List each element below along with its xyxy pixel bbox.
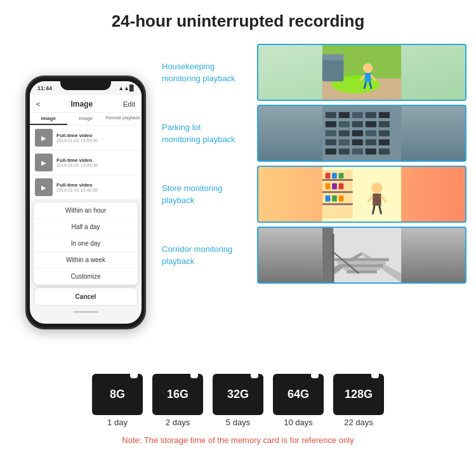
sdcard-item-32G: 32G 5 days [213,374,263,427]
svg-rect-4 [365,73,371,82]
phone-tabs: Image Image Remote playback [30,113,142,126]
monitoring-text-housekeeping: Housekeepingmonitoring playback [162,62,235,83]
svg-rect-12 [326,112,336,119]
monitoring-image-corridor [257,227,466,284]
svg-rect-42 [326,173,331,179]
dropdown-item-4[interactable]: Within a week [34,252,138,268]
sdcard-item-8G: 8G 1 day [92,374,143,427]
note-text: Note: The storage time of the memory car… [122,435,354,445]
sdcard-size-8G: 8G [110,388,125,401]
monitoring-text-parking: Parking lotmonitoring playback [162,122,235,144]
svg-rect-40 [322,191,353,193]
sdcard-days-16G: 2 days [166,418,190,427]
monitoring-item-housekeeping: Housekeepingmonitoring playback [162,44,466,101]
phone-notch [60,77,111,90]
sdcard-item-128G: 128G 22 days [333,374,384,427]
svg-rect-25 [366,130,376,136]
svg-rect-65 [347,270,377,274]
video-info-3: Full-time video 2019-01-01 13:40:06 [56,182,136,192]
video-date-1: 2019-01-01 15:55:06 [56,138,136,143]
sdcard-row: 8G 1 day 16G 2 days 32G 5 days 64G 10 da… [92,374,384,427]
video-item-3[interactable]: ▶ Full-time video 2019-01-01 13:40:06 [30,175,142,200]
monitoring-label-store: Store monitoringplayback [162,182,251,206]
phone-screen: 11:44 ▲▲▉ < Image Edit Image Image Remot… [30,81,142,324]
svg-rect-49 [332,195,337,202]
svg-rect-39 [322,179,353,181]
housekeeping-svg [258,45,465,100]
svg-rect-18 [339,121,350,128]
phone-dropdown: Within an hour Half a day In one day Wit… [34,202,138,285]
monitoring-label-parking: Parking lotmonitoring playback [162,121,251,145]
tab-image2[interactable]: Image [67,113,105,125]
phone-time: 11:44 [37,85,52,91]
sdcard-shape-128G: 128G [333,374,384,415]
video-info-1: Full-time video 2019-01-01 15:55:06 [56,133,136,143]
corridor-img-content [258,228,465,282]
page-title: 24-hour uninterrupted recording [13,11,463,31]
video-list: ▶ Full-time video 2019-01-01 15:55:06 ▶ … [30,126,142,200]
video-title-1: Full-time video [56,133,136,138]
sdcard-size-128G: 128G [345,388,373,401]
monitoring-text-corridor: Corridor monitoringplayback [162,244,232,266]
svg-rect-32 [326,149,336,155]
sdcard-days-128G: 22 days [344,418,373,427]
video-item-1[interactable]: ▶ Full-time video 2019-01-01 15:55:06 [30,126,142,150]
phone-nav-back[interactable]: < [36,100,40,108]
cancel-button[interactable]: Cancel [34,288,138,306]
svg-rect-24 [352,130,363,136]
sdcard-section: 8G 1 day 16G 2 days 32G 5 days 64G 10 da… [0,367,476,448]
parking-img-content [258,106,465,161]
phone-mockup: 11:44 ▲▲▉ < Image Edit Image Image Remot… [25,76,146,329]
svg-rect-44 [339,173,344,179]
sdcard-item-16G: 16G 2 days [152,374,203,427]
svg-rect-15 [366,112,376,119]
dropdown-item-5[interactable]: Customize [34,268,138,285]
dropdown-item-2[interactable]: Half a day [34,219,138,235]
svg-rect-35 [366,149,376,155]
svg-rect-41 [322,203,353,205]
corridor-svg [258,228,465,282]
svg-rect-64 [343,267,380,270]
svg-rect-17 [326,121,336,128]
svg-rect-47 [339,183,344,190]
monitoring-label-corridor: Corridor monitoringplayback [162,243,251,267]
sdcard-size-16G: 16G [167,388,188,401]
sdcard-shape-16G: 16G [152,374,203,415]
monitoring-section: Housekeepingmonitoring playback [159,37,470,367]
svg-rect-10 [322,54,343,60]
svg-rect-36 [379,149,390,155]
video-thumb-1: ▶ [35,129,53,147]
sdcard-shape-32G: 32G [213,374,263,415]
svg-point-3 [363,63,373,73]
svg-rect-43 [332,173,337,179]
home-bar [73,311,98,313]
video-title-2: Full-time video [56,157,136,163]
monitoring-image-parking [257,105,466,162]
video-thumb-3: ▶ [35,178,53,196]
store-svg [258,167,465,221]
svg-rect-31 [379,140,390,146]
svg-rect-52 [373,194,381,206]
sdcard-size-64G: 64G [288,388,309,401]
svg-rect-29 [352,140,363,146]
svg-rect-26 [379,130,390,136]
svg-rect-22 [326,130,336,136]
dropdown-item-3[interactable]: In one day [34,235,138,252]
tab-image[interactable]: Image [30,113,67,125]
tab-remote-playback[interactable]: Remote playback [104,113,142,125]
phone-nav-edit[interactable]: Edit [123,100,135,108]
svg-rect-66 [322,228,333,282]
svg-rect-48 [326,195,331,202]
phone-icons: ▲▲▉ [118,85,134,91]
dropdown-item-1[interactable]: Within an hour [34,202,138,219]
svg-rect-30 [366,140,376,146]
parking-svg [258,106,465,161]
sdcard-item-64G: 64G 10 days [273,374,324,427]
monitoring-image-store [257,166,466,223]
page-header: 24-hour uninterrupted recording [0,0,476,37]
svg-rect-13 [339,112,350,119]
sdcard-size-32G: 32G [227,388,249,401]
video-item-2[interactable]: ▶ Full-time video 2019-01-01 13:45:06 [30,150,142,175]
svg-rect-9 [322,57,343,81]
svg-rect-16 [379,112,390,119]
